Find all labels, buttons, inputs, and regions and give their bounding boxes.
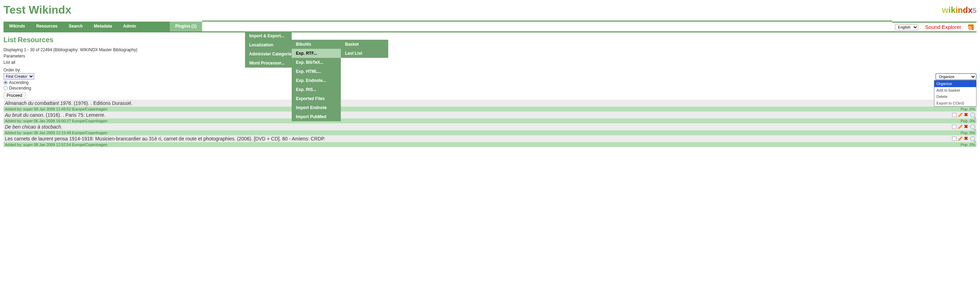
plugins-dropdown: Import & Export... Localization Administ…	[245, 31, 292, 68]
radio-descending[interactable]	[3, 86, 8, 90]
import-export-dropdown: Bibutils Exp. RTF... Exp. BibTeX... Exp.…	[292, 40, 341, 121]
popularity: Pop. 0%	[961, 131, 975, 135]
nav-metadata[interactable]: Metadata	[88, 22, 118, 31]
main-nav: Wikindx Resources Search Metadata Admin …	[3, 22, 977, 32]
sound-explorer-link[interactable]: Sound Explorer	[925, 24, 961, 30]
resource-row: Les carnets de laurent pensa 1914-1918: …	[3, 135, 977, 142]
edit-icon[interactable]	[958, 124, 963, 129]
nav-resources[interactable]: Resources	[31, 22, 63, 31]
organize-popup: Organize Add to basket Delete Export to …	[934, 80, 977, 107]
wikindx-logo: wikindx5	[942, 5, 977, 15]
descending-label: Descending	[9, 86, 31, 91]
nav-plugins[interactable]: Plugins (1)	[170, 22, 202, 31]
resource-meta: Added by: super 08 Jan 2009 11:49:52 Eur…	[3, 107, 977, 111]
delete-icon[interactable]: ✖	[964, 136, 969, 141]
added-by: Added by: super 08 Jan 2009 11:49:52 Eur…	[5, 107, 107, 111]
opt-delete[interactable]: Delete	[934, 94, 976, 100]
ascending-label: Ascending	[9, 80, 29, 85]
delete-icon[interactable]: ✖	[964, 113, 969, 118]
citation-text[interactable]: De ben chicao à stocbach.	[5, 124, 62, 130]
page-title: Test Wikindx	[3, 3, 72, 16]
menu-exp-bibtex[interactable]: Exp. BibTeX...	[292, 58, 341, 67]
added-by: Added by: super 06 Jan 2009 16:00:27 Eur…	[5, 119, 107, 123]
nav-search[interactable]: Search	[63, 22, 88, 31]
row-checkbox[interactable]	[952, 137, 956, 141]
view-icon[interactable]	[970, 124, 975, 129]
radio-ascending[interactable]	[3, 81, 8, 85]
section-heading: List Resources	[3, 36, 137, 44]
menu-exported-files[interactable]: Exported Files	[292, 94, 341, 103]
menu-word-processor[interactable]: Word Processor...	[245, 59, 292, 68]
proceed-button[interactable]: Proceed	[3, 92, 25, 99]
menu-bibutils[interactable]: Bibutils	[292, 40, 341, 49]
displaying-info: Displaying 1 - 30 of 22494 (Bibliography…	[3, 47, 137, 53]
opt-export-coins[interactable]: Export to COinS	[934, 100, 976, 107]
menu-exp-rtf[interactable]: Exp. RTF...	[292, 49, 341, 58]
menu-localization[interactable]: Localization	[245, 40, 292, 49]
resource-list: Almanach du combattant 1976. (1976). . E…	[3, 100, 977, 147]
menu-admin-categories[interactable]: Administer Categories...	[245, 49, 292, 59]
rss-icon[interactable]	[968, 24, 974, 30]
menu-import-export[interactable]: Import & Export...	[245, 31, 292, 40]
resource-meta: Added by: super 06 Jan 2009 12:15:49 Eur…	[3, 130, 977, 135]
resource-meta: Added by: super 06 Jan 2009 16:00:27 Eur…	[3, 118, 977, 123]
nav-wikindx[interactable]: Wikindx	[3, 22, 31, 31]
nav-admin[interactable]: Admin	[118, 22, 142, 31]
opt-add-basket[interactable]: Add to basket	[934, 87, 976, 94]
citation-text[interactable]: Les carnets de laurent pensa 1914-1918: …	[5, 136, 325, 142]
menu-last-list[interactable]: Last List	[341, 49, 388, 58]
delete-icon[interactable]: ✖	[964, 124, 969, 129]
menu-exp-html[interactable]: Exp. HTML...	[292, 67, 341, 76]
view-icon[interactable]	[970, 113, 975, 118]
language-select[interactable]: English	[895, 24, 918, 30]
edit-icon[interactable]	[958, 113, 963, 118]
rtf-dropdown: Basket Last List	[341, 40, 388, 58]
resource-meta: Added by: super 08 Jan 2009 12:52:54 Eur…	[3, 142, 977, 147]
menu-import-pubmed[interactable]: Import PubMed	[292, 112, 341, 121]
citation-text[interactable]: Almanach du combattant 1976. (1976). . E…	[5, 100, 133, 106]
order-by-select[interactable]: First Creator	[3, 73, 34, 80]
view-icon[interactable]	[970, 136, 975, 141]
order-by-label: Order by:	[3, 68, 21, 73]
popularity: Pop. 0%	[961, 107, 975, 111]
menu-import-endnote[interactable]: Import Endnote	[292, 103, 341, 112]
opt-organize[interactable]: Organize	[934, 81, 976, 87]
edit-icon[interactable]	[958, 136, 963, 141]
popularity: Pop. 0%	[961, 143, 975, 147]
menu-basket[interactable]: Basket	[341, 40, 388, 49]
parameters-label: Parameters	[3, 53, 137, 59]
citation-text[interactable]: Au bruit du canon. (1916). . Paris 75: L…	[5, 112, 106, 118]
list-all-link[interactable]: List all	[3, 59, 137, 65]
resource-row: De ben chicao à stocbach.✖	[3, 123, 977, 130]
menu-exp-ris[interactable]: Exp. RIS...	[292, 85, 341, 94]
added-by: Added by: super 06 Jan 2009 12:15:49 Eur…	[5, 131, 107, 135]
menu-exp-endnote[interactable]: Exp. Endnote...	[292, 76, 341, 85]
organize-select[interactable]: Organize	[935, 73, 977, 80]
resource-row: Almanach du combattant 1976. (1976). . E…	[3, 100, 977, 107]
resource-row: Au bruit du canon. (1916). . Paris 75: L…	[3, 111, 977, 118]
popularity: Pop. 0%	[961, 119, 975, 123]
row-checkbox[interactable]	[952, 125, 956, 129]
row-checkbox[interactable]	[952, 113, 956, 117]
added-by: Added by: super 08 Jan 2009 12:52:54 Eur…	[5, 143, 107, 147]
